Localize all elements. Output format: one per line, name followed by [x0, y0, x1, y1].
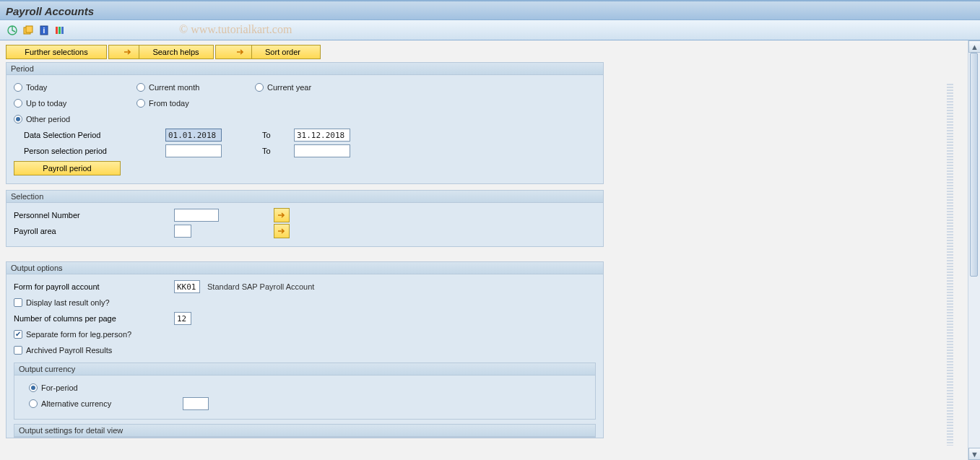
search-helps-label: Search helps	[152, 48, 199, 56]
personnel-number-input[interactable]	[174, 209, 219, 222]
archived-payroll-checkbox[interactable]	[14, 346, 22, 355]
personnel-number-label: Personnel Number	[14, 211, 174, 220]
period-group-title: Period	[6, 63, 603, 75]
scroll-down-icon[interactable]: ▼	[968, 448, 980, 460]
payroll-area-input[interactable]	[174, 225, 191, 238]
sort-order-label: Sort order	[265, 48, 300, 56]
output-detail-title: Output settings for detail view	[14, 425, 595, 437]
person-selection-period-label: Person selection period	[14, 147, 165, 155]
radio-other-period[interactable]	[14, 115, 22, 123]
columns-per-page-label: Number of columns per page	[14, 314, 174, 323]
radio-current-year[interactable]	[255, 83, 264, 92]
form-payroll-account-desc: Standard SAP Payroll Account	[207, 282, 314, 291]
data-selection-from-input[interactable]	[165, 129, 222, 142]
execute-icon[interactable]	[6, 24, 19, 37]
selection-group-title: Selection	[6, 191, 603, 203]
label-today: Today	[26, 83, 47, 92]
further-selections-label: Further selections	[25, 48, 87, 56]
person-selection-to-input[interactable]	[294, 144, 350, 157]
svg-text:i: i	[43, 27, 45, 35]
radio-current-month[interactable]	[136, 83, 145, 92]
variant-icon[interactable]	[22, 24, 35, 37]
separate-form-checkbox[interactable]	[14, 330, 22, 339]
archived-payroll-label: Archived Payroll Results	[26, 346, 112, 355]
svg-rect-5	[56, 27, 58, 34]
watermark-text: © www.tutorialkart.com	[179, 23, 292, 36]
sort-order-button[interactable]: Sort order	[215, 45, 321, 59]
title-text: Payroll Accounts	[6, 5, 94, 17]
output-options-body: Form for payroll account Standard SAP Pa…	[6, 274, 603, 438]
radio-alternative-currency[interactable]	[29, 399, 38, 408]
further-selections-button[interactable]: Further selections	[6, 45, 107, 59]
button-separator	[251, 45, 252, 58]
output-currency-group: Output currency For-period Alternative c…	[14, 363, 596, 420]
period-group-body: Today Current month Current year Up to t…	[6, 75, 603, 183]
form-payroll-account-label: Form for payroll account	[14, 282, 174, 291]
window-title: Payroll Accounts	[0, 0, 980, 20]
content-area: Further selections Search helps Sort ord…	[0, 40, 968, 460]
separate-form-label: Separate form for leg.person?	[26, 330, 131, 339]
radio-up-to-today[interactable]	[14, 99, 22, 108]
svg-rect-2	[26, 26, 32, 32]
scroll-thumb[interactable]	[970, 53, 978, 277]
label-alternative-currency: Alternative currency	[41, 399, 183, 408]
to-label-1: To	[262, 131, 294, 139]
alternative-currency-input[interactable]	[183, 397, 209, 410]
search-helps-button[interactable]: Search helps	[108, 45, 214, 59]
label-current-year: Current year	[267, 83, 311, 92]
svg-rect-6	[58, 27, 61, 34]
person-selection-from-input[interactable]	[165, 144, 222, 157]
arrow-right-icon	[235, 47, 246, 57]
output-options-group: Output options Form for payroll account …	[6, 261, 604, 438]
scroll-up-icon[interactable]: ▲	[968, 40, 980, 53]
label-other-period: Other period	[26, 115, 70, 123]
label-from-today: From today	[149, 99, 189, 108]
radio-today[interactable]	[14, 83, 22, 92]
output-detail-group: Output settings for detail view	[14, 424, 596, 438]
radio-from-today[interactable]	[136, 99, 145, 108]
payroll-period-button[interactable]: Payroll period	[14, 161, 121, 175]
personnel-number-multi-button[interactable]	[274, 208, 290, 222]
period-group: Period Today Current month Current year	[6, 62, 604, 184]
selection-group: Selection Personnel Number Payroll area	[6, 190, 604, 247]
output-currency-body: For-period Alternative currency	[14, 376, 595, 419]
form-payroll-account-input[interactable]	[174, 280, 200, 293]
label-current-month: Current month	[149, 83, 199, 92]
output-currency-title: Output currency	[14, 363, 595, 376]
arrow-right-icon	[123, 47, 133, 57]
button-separator	[139, 45, 139, 58]
payroll-area-label: Payroll area	[14, 227, 174, 235]
layout-icon[interactable]	[53, 24, 66, 37]
payroll-period-label: Payroll period	[43, 164, 91, 173]
display-last-result-label: Display last result only?	[26, 298, 110, 307]
radio-for-period[interactable]	[29, 383, 38, 392]
svg-rect-7	[61, 27, 64, 34]
app-toolbar: i © www.tutorialkart.com	[0, 20, 980, 40]
label-for-period: For-period	[41, 383, 78, 392]
info-icon[interactable]: i	[38, 24, 51, 37]
data-selection-to-input[interactable]	[294, 129, 350, 142]
vertical-scrollbar[interactable]: ▲ ▼	[968, 40, 980, 460]
output-options-title: Output options	[6, 262, 603, 274]
content-outer: Further selections Search helps Sort ord…	[0, 40, 980, 460]
display-last-result-checkbox[interactable]	[14, 298, 22, 307]
data-selection-period-label: Data Selection Period	[14, 131, 165, 139]
splitter-handle[interactable]	[947, 84, 953, 446]
label-up-to-today: Up to today	[26, 99, 66, 108]
payroll-area-multi-button[interactable]	[274, 224, 290, 238]
to-label-2: To	[262, 147, 294, 155]
selection-button-row: Further selections Search helps Sort ord…	[6, 45, 962, 59]
selection-group-body: Personnel Number Payroll area	[6, 203, 603, 246]
columns-per-page-input[interactable]	[174, 312, 191, 325]
